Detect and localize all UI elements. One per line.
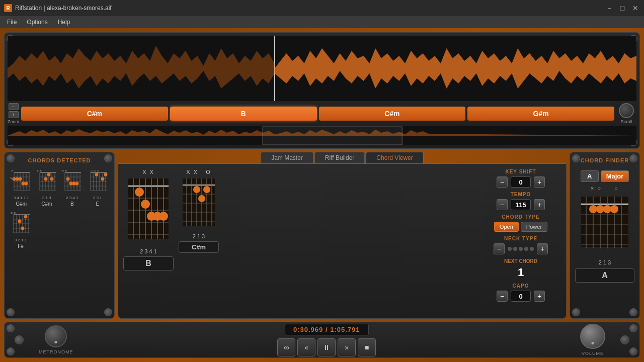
neck-type-control: NECK TYPE − + — [480, 236, 561, 254]
chord-name-csm: C#m — [41, 201, 52, 207]
waveform-panel: // Generate waveform-like bars − + Zoom … — [4, 32, 640, 149]
svg-point-81 — [18, 220, 22, 223]
capo-label: CAPO — [480, 283, 561, 289]
menu-help[interactable]: Help — [54, 18, 74, 27]
menubar: File Options Help — [0, 16, 644, 28]
tempo-label: TEMPO — [480, 192, 561, 197]
loop-button[interactable]: ∞ — [277, 338, 295, 356]
chord-button-2[interactable]: C#m — [319, 107, 466, 121]
neck-dot-5 — [530, 247, 534, 251]
chord-item-csm[interactable]: × × — [35, 167, 59, 207]
finder-note-button[interactable]: A — [581, 170, 599, 182]
finder-chord-fingering: 2 1 3 — [599, 259, 611, 265]
chord-diagram-e: ○ ○ ○ — [87, 167, 109, 194]
scroll-knob[interactable] — [619, 103, 634, 118]
menu-options[interactable]: Options — [23, 18, 51, 27]
tab-chord-viewer[interactable]: Chord Viewer — [366, 152, 423, 163]
chords-detected-panel: CHORDS DETECTED × — [4, 152, 115, 319]
svg-text:×: × — [11, 169, 13, 172]
chord-item-fs[interactable]: × × — [10, 210, 32, 249]
key-shift-decrease[interactable]: − — [497, 176, 508, 188]
key-shift-label: KEY SHIFT — [480, 169, 561, 174]
zoom-out-button[interactable]: − — [9, 103, 19, 110]
chord-diagram-fs: × × — [10, 210, 32, 236]
svg-point-20 — [19, 177, 22, 181]
bolt-br-finder — [629, 308, 637, 316]
bolt-tl-transport — [7, 324, 15, 332]
metronome-knob[interactable] — [45, 325, 67, 347]
time-total: 1:05.791 — [330, 326, 360, 333]
transport-center: 0:30.969 / 1:05.791 ∞ « ⏸ » ■ — [84, 324, 571, 356]
chord-type-power[interactable]: Power — [521, 222, 547, 232]
bolt-br-transport — [629, 347, 637, 355]
menu-file[interactable]: File — [3, 18, 21, 27]
svg-rect-101 — [183, 178, 215, 226]
time-display: 0:30.969 / 1:05.791 — [285, 324, 369, 335]
svg-text:×: × — [10, 176, 12, 180]
svg-point-36 — [47, 173, 50, 176]
side-bolt-right — [620, 335, 629, 344]
metronome-control: METRONOME — [39, 325, 73, 354]
chord-item-b[interactable]: × × — [60, 167, 84, 207]
chord-button-1[interactable]: B — [170, 107, 317, 121]
zoom-controls: − + Zoom — [8, 103, 19, 124]
window-controls: − □ ✕ — [605, 4, 640, 13]
chord-name-b: B — [70, 201, 74, 207]
mini-waveform[interactable] — [8, 126, 636, 145]
capo-increase[interactable]: + — [534, 291, 545, 302]
svg-text:× ×: × × — [62, 169, 67, 172]
chord-button-3[interactable]: G#m — [467, 107, 614, 121]
window-title: Riffstation | alexa-broken-smores.aif — [15, 5, 605, 12]
chords-detected-title: CHORDS DETECTED — [10, 157, 109, 163]
svg-point-67 — [101, 177, 104, 181]
next-chord-control: NEXT CHORD 1 — [480, 258, 561, 279]
svg-rect-84 — [128, 178, 169, 239]
bolt-tl-finder — [572, 154, 580, 162]
neck-increase[interactable]: + — [537, 243, 548, 254]
svg-point-50 — [66, 177, 70, 181]
tempo-decrease[interactable]: − — [497, 199, 508, 210]
volume-knob-indicator — [592, 342, 594, 344]
main-chord-display: X X — [123, 169, 174, 313]
key-shift-increase[interactable]: + — [534, 176, 545, 188]
capo-decrease[interactable]: − — [497, 291, 508, 302]
chord-item-e[interactable]: ○ ○ ○ — [86, 167, 110, 207]
main-chord-markers: X X — [142, 169, 154, 175]
chord-button-0[interactable]: C#m — [21, 107, 168, 121]
middle-panel: CHORDS DETECTED × — [4, 152, 640, 319]
chord-finder-selectors: A Major — [581, 170, 629, 182]
svg-point-115 — [203, 186, 210, 193]
finder-type-button[interactable]: Major — [601, 170, 629, 182]
main-chord-fingering: 2 3 4 1 — [140, 248, 157, 254]
svg-point-52 — [72, 182, 76, 186]
play-pause-button[interactable]: ⏸ — [317, 338, 336, 356]
tab-riff-builder[interactable]: Riff Builder — [314, 152, 365, 163]
bolt-tr-chords — [104, 154, 112, 162]
neck-dots — [508, 247, 534, 251]
fast-forward-button[interactable]: » — [338, 338, 356, 356]
tab-jam-master[interactable]: Jam Master — [261, 152, 313, 163]
chord-type-label: CHORD TYPE — [480, 214, 561, 220]
chord-fingering-b: 2 3 4 1 — [66, 196, 78, 200]
neck-dot-4 — [524, 247, 528, 251]
finder-chord-name: A — [575, 268, 634, 283]
neck-dot-2 — [513, 247, 517, 251]
zoom-in-button[interactable]: + — [9, 111, 19, 118]
close-button[interactable]: ✕ — [631, 4, 640, 13]
maximize-button[interactable]: □ — [618, 4, 627, 13]
chord-item-ghm[interactable]: × × — [10, 167, 33, 207]
minimize-button[interactable]: − — [605, 4, 614, 13]
volume-knob[interactable] — [580, 324, 605, 349]
key-shift-control: KEY SHIFT − 0 + — [480, 169, 561, 188]
bolt-bl-finder — [572, 308, 580, 316]
tabs: Jam Master Riff Builder Chord Viewer — [118, 152, 567, 163]
neck-dot-1 — [508, 247, 512, 251]
chord-type-open[interactable]: Open — [494, 222, 519, 232]
waveform-display[interactable]: // Generate waveform-like bars — [8, 36, 636, 101]
neck-decrease[interactable]: − — [494, 243, 505, 254]
rewind-button[interactable]: « — [297, 338, 315, 356]
tempo-increase[interactable]: + — [534, 199, 545, 210]
stop-button[interactable]: ■ — [358, 338, 376, 356]
time-current: 0:30.969 — [293, 326, 323, 333]
time-separator: / — [326, 326, 330, 333]
